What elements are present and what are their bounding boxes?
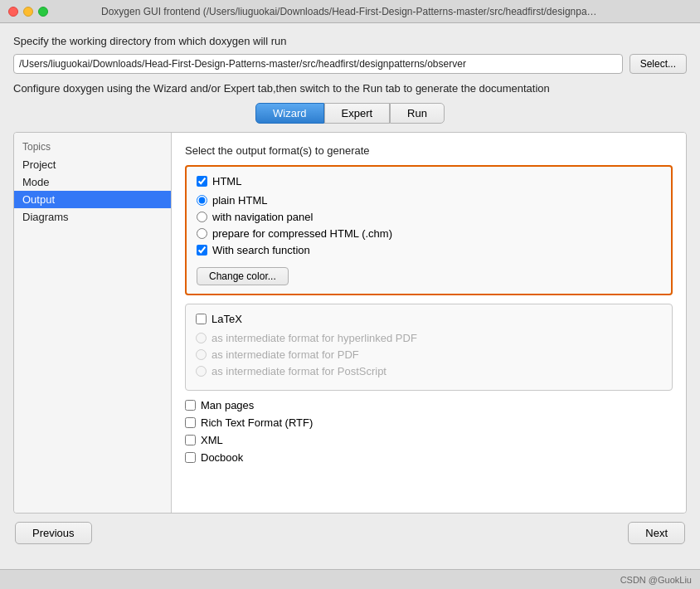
latex-option-ps: as intermediate format for PostScript: [196, 365, 662, 377]
man-pages-option: Man pages: [185, 399, 673, 411]
sidebar: Topics Project Mode Output Diagrams: [14, 133, 172, 513]
latex-format-box: LaTeX as intermediate format for hyperli…: [185, 304, 673, 391]
tab-expert[interactable]: Expert: [324, 103, 391, 124]
html-option-plain-label: plain HTML: [212, 194, 267, 207]
nav-buttons: Previous Next: [13, 522, 687, 544]
html-format-box: HTML plain HTML with navigation panel pr…: [185, 165, 673, 295]
working-dir-input[interactable]: [13, 54, 623, 74]
xml-label: XML: [201, 434, 223, 446]
rtf-checkbox[interactable]: [185, 417, 196, 428]
sidebar-item-mode[interactable]: Mode: [14, 173, 171, 191]
html-option-plain: plain HTML: [197, 194, 661, 207]
titlebar: Doxygen GUI frontend (/Users/liuguokai/D…: [0, 0, 700, 23]
maximize-button[interactable]: [38, 7, 48, 17]
latex-option-pdf-label: as intermediate format for PDF: [211, 348, 359, 361]
xml-checkbox[interactable]: [185, 435, 196, 445]
bottom-bar: CSDN @GuokLiu: [0, 569, 700, 589]
latex-label: LaTeX: [211, 313, 242, 325]
man-pages-label: Man pages: [201, 399, 254, 411]
close-button[interactable]: [8, 7, 18, 17]
tabs-row: Wizard Expert Run: [13, 103, 687, 124]
latex-radio-pdf: [196, 349, 207, 360]
html-radio-plain[interactable]: [197, 195, 207, 206]
html-option-chm: prepare for compressed HTML (.chm): [197, 227, 661, 240]
docbook-checkbox[interactable]: [185, 452, 196, 463]
window-title: Doxygen GUI frontend (/Users/liuguokai/D…: [101, 6, 599, 17]
html-option-search-label: With search function: [212, 244, 310, 256]
xml-option: XML: [185, 434, 673, 446]
html-label: HTML: [212, 175, 241, 187]
traffic-lights: [8, 7, 48, 17]
html-option-nav: with navigation panel: [197, 211, 661, 223]
path-row: Select...: [13, 54, 687, 74]
html-radio-chm[interactable]: [197, 228, 207, 239]
rtf-option: Rich Text Format (RTF): [185, 416, 673, 429]
select-button[interactable]: Select...: [630, 54, 687, 74]
body-area: Topics Project Mode Output Diagrams Sele…: [13, 132, 687, 514]
latex-option-pdf: as intermediate format for PDF: [196, 348, 662, 361]
docbook-option: Docbook: [185, 451, 673, 464]
bottom-bar-text: CSDN @GuokLiu: [620, 575, 692, 585]
html-checkbox[interactable]: [197, 176, 207, 187]
latex-option-pdf-hyperlinked-label: as intermediate format for hyperlinked P…: [211, 332, 417, 344]
latex-header: LaTeX: [196, 313, 662, 325]
working-dir-label: Specify the working directory from which…: [13, 35, 687, 47]
docbook-label: Docbook: [201, 451, 243, 464]
sidebar-item-diagrams[interactable]: Diagrams: [14, 208, 171, 226]
html-header: HTML: [197, 175, 661, 187]
minimize-button[interactable]: [23, 7, 33, 17]
html-option-search: With search function: [197, 244, 661, 256]
latex-checkbox[interactable]: [196, 314, 207, 324]
main-content: Specify the working directory from which…: [0, 23, 700, 569]
sidebar-item-output[interactable]: Output: [14, 191, 171, 208]
tab-wizard[interactable]: Wizard: [255, 103, 323, 124]
html-option-chm-label: prepare for compressed HTML (.chm): [212, 227, 392, 240]
latex-radio-pdf-hyperlinked: [196, 333, 207, 343]
previous-button[interactable]: Previous: [15, 522, 92, 544]
latex-radio-ps: [196, 366, 207, 377]
html-radio-nav[interactable]: [197, 212, 207, 222]
tab-run[interactable]: Run: [390, 103, 445, 124]
output-format-label: Select the output format(s) to generate: [185, 144, 673, 157]
html-option-nav-label: with navigation panel: [212, 211, 313, 223]
sidebar-section-label: Topics: [14, 139, 171, 156]
change-color-button[interactable]: Change color...: [197, 267, 289, 285]
html-search-checkbox[interactable]: [197, 245, 207, 256]
next-button[interactable]: Next: [628, 522, 685, 544]
right-panel: Select the output format(s) to generate …: [172, 133, 686, 513]
sidebar-item-project[interactable]: Project: [14, 156, 171, 173]
latex-option-ps-label: as intermediate format for PostScript: [211, 365, 386, 377]
man-pages-checkbox[interactable]: [185, 400, 196, 411]
rtf-label: Rich Text Format (RTF): [201, 416, 313, 429]
latex-option-pdf-hyperlinked: as intermediate format for hyperlinked P…: [196, 332, 662, 344]
configure-label: Configure doxygen using the Wizard and/o…: [13, 82, 687, 95]
